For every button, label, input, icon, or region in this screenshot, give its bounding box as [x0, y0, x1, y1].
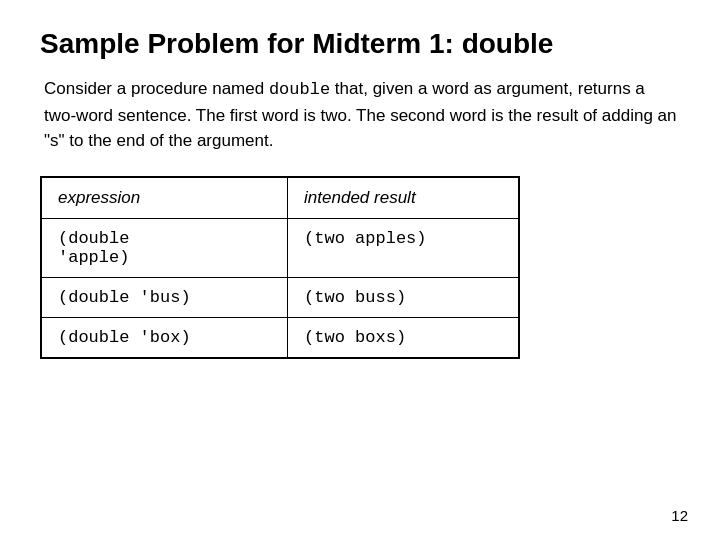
- table-row: (double'apple) (two apples): [42, 218, 519, 277]
- page-title: Sample Problem for Midterm 1: double: [40, 28, 680, 60]
- table-header-row: expression intended result: [42, 177, 519, 218]
- page-number: 12: [671, 507, 688, 524]
- expression-table-container: expression intended result (double'apple…: [40, 176, 520, 359]
- table-row: (double 'box) (two boxs): [42, 317, 519, 357]
- expression-table: expression intended result (double'apple…: [41, 177, 519, 358]
- code-keyword: double: [269, 80, 330, 99]
- expr-2: (double 'bus): [42, 277, 288, 317]
- header-expression: expression: [42, 177, 288, 218]
- expr-3: (double 'box): [42, 317, 288, 357]
- header-intended-result: intended result: [288, 177, 519, 218]
- result-2: (two buss): [288, 277, 519, 317]
- result-3: (two boxs): [288, 317, 519, 357]
- table-row: (double 'bus) (two buss): [42, 277, 519, 317]
- result-1: (two apples): [288, 218, 519, 277]
- description-part1: Consider a procedure named: [44, 79, 269, 98]
- expr-1: (double'apple): [42, 218, 288, 277]
- description: Consider a procedure named double that, …: [40, 76, 680, 154]
- page-container: Sample Problem for Midterm 1: double Con…: [0, 0, 720, 540]
